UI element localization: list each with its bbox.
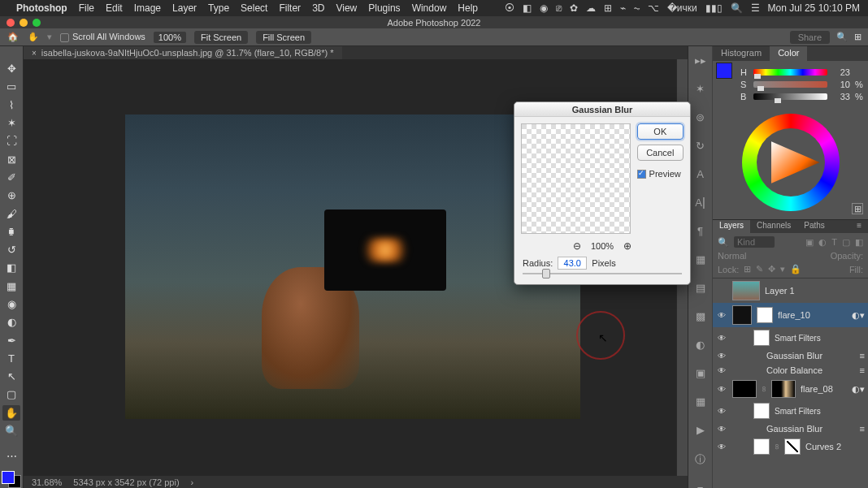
visibility-icon[interactable]: 👁 [716, 443, 727, 451]
crop-tool[interactable]: ⛶ [2, 133, 20, 149]
filter-mask-thumb[interactable] [753, 403, 770, 419]
filter-blend-icon[interactable]: ≡ [860, 365, 865, 375]
control-center-icon[interactable]: ☰ [751, 2, 760, 14]
menu-view[interactable]: View [336, 2, 357, 14]
tray-icon[interactable]: ☁ [586, 2, 596, 14]
dock-char-icon[interactable]: A [692, 168, 709, 180]
blend-mode[interactable]: Normal [718, 251, 746, 261]
hand-tool[interactable]: ✋ [2, 405, 20, 421]
zoom-tool[interactable]: 🔍 [2, 423, 20, 438]
visibility-icon[interactable]: 👁 [716, 311, 727, 320]
ok-button[interactable]: OK [637, 123, 684, 140]
edit-toolbar-icon[interactable]: ⋯ [2, 448, 20, 464]
menu-image[interactable]: Image [134, 2, 161, 14]
eyedrop-tool[interactable]: ✐ [2, 170, 20, 185]
visibility-icon[interactable]: 👁 [716, 407, 727, 416]
workspace-icon[interactable]: ⊞ [854, 32, 861, 42]
share-button[interactable]: Share [790, 31, 830, 44]
layer-row[interactable]: 👁 Smart Filters [713, 400, 868, 421]
layer-thumb[interactable] [732, 380, 757, 398]
preview-checkbox[interactable]: Preview [637, 169, 684, 179]
tab-paths[interactable]: Paths [797, 220, 831, 233]
sat-value[interactable]: 10 [832, 80, 850, 89]
window-controls[interactable] [7, 19, 41, 27]
mask-thumb[interactable] [757, 307, 773, 323]
tab-layers[interactable]: Layers [713, 220, 750, 233]
layer-thumb[interactable] [732, 281, 760, 300]
bri-slider[interactable] [753, 93, 827, 100]
filter-icon[interactable]: T [831, 237, 837, 247]
gradient-tool[interactable]: ▦ [2, 279, 20, 294]
filter-icon[interactable]: ▣ [805, 237, 814, 248]
dialog-preview[interactable] [521, 123, 631, 234]
layer-row[interactable]: 👁 𝟾 flare_08 ◐▾ [713, 378, 868, 400]
link-icon[interactable]: 𝟾 [775, 443, 779, 451]
dock-pattern-icon[interactable]: ▩ [692, 310, 709, 322]
hand-tool-icon[interactable]: ✋ [28, 32, 39, 42]
foreground-color[interactable] [2, 471, 15, 484]
dock-icon[interactable]: ▸▸ [692, 54, 709, 67]
lock-icon[interactable]: ▾ [780, 264, 785, 274]
menubar-clock[interactable]: Mon Jul 25 10:10 PM [768, 2, 860, 14]
wifi-icon[interactable]: �ички [667, 2, 697, 14]
tray-icon[interactable]: ⦿ [505, 2, 514, 14]
zoom-in-icon[interactable]: ⊕ [623, 240, 631, 252]
visibility-icon[interactable]: 👁 [716, 425, 727, 434]
menu-select[interactable]: Select [241, 2, 267, 14]
filter-search-icon[interactable]: 🔍 [718, 237, 729, 248]
tab-histogram[interactable]: Histogram [713, 46, 770, 61]
radius-input[interactable]: 43.0 [558, 257, 587, 270]
cancel-button[interactable]: Cancel [637, 145, 684, 161]
sat-slider[interactable] [753, 81, 827, 88]
menu-plugins[interactable]: Plugins [368, 2, 400, 14]
menu-window[interactable]: Window [412, 2, 447, 14]
dock-adj-icon[interactable]: ◐ [692, 339, 709, 351]
tray-icon[interactable]: ◉ [540, 2, 548, 14]
layer-row[interactable]: 👁 flare_10 ◐▾ [713, 303, 868, 327]
dock-lib-icon[interactable]: ▦ [692, 395, 709, 408]
tab-channels[interactable]: Channels [750, 220, 797, 233]
wand-tool[interactable]: ✶ [2, 115, 20, 131]
dock-history-icon[interactable]: ↻ [692, 140, 709, 152]
dock-para-icon[interactable]: Aǀ [692, 196, 709, 209]
link-icon[interactable]: 𝟾 [762, 385, 766, 394]
layer-row[interactable]: Layer 1 [713, 279, 868, 303]
type-tool[interactable]: T [2, 351, 20, 366]
mask-thumb[interactable] [753, 438, 770, 455]
eraser-tool[interactable]: ◧ [2, 260, 20, 275]
search-icon[interactable]: 🔍 [836, 32, 848, 42]
history-brush-tool[interactable]: ↺ [2, 242, 20, 257]
fit-screen-button[interactable]: Fit Screen [194, 31, 248, 44]
dock-play-icon[interactable]: ▶ [692, 424, 709, 436]
menu-file[interactable]: File [79, 2, 94, 14]
checkbox-icon[interactable] [637, 170, 646, 179]
shape-tool[interactable]: ▢ [2, 387, 20, 402]
status-zoom[interactable]: 31.68% [32, 477, 62, 487]
blur-tool[interactable]: ◉ [2, 296, 20, 312]
stamp-tool[interactable]: ⧯ [2, 224, 20, 240]
dock-glyph-icon[interactable]: ¶ [692, 225, 709, 237]
marquee-tool[interactable]: ▭ [2, 79, 20, 94]
tray-icon[interactable]: ⎚ [556, 2, 562, 14]
tray-icon[interactable]: ⌥ [648, 2, 659, 14]
battery-icon[interactable]: ▮▮▯ [705, 2, 723, 14]
move-tool[interactable]: ✥ [2, 61, 20, 76]
color-wheel[interactable] [742, 114, 840, 211]
dialog-zoom[interactable]: 100% [591, 241, 614, 251]
dock-swatch-icon[interactable]: ▦ [692, 253, 709, 266]
frame-tool[interactable]: ⊠ [2, 151, 20, 166]
document-tab[interactable]: × isabella-juskova-9aNItHjuOc0-unsplash.… [24, 46, 342, 59]
radius-slider[interactable] [514, 273, 690, 284]
layer-row[interactable]: 👁 𝟾 Curves 2 [713, 436, 868, 457]
tray-icon[interactable]: ⊞ [604, 2, 612, 14]
visibility-icon[interactable]: 👁 [716, 385, 727, 394]
color-swatch[interactable] [716, 63, 732, 79]
menu-app[interactable]: Photoshop [16, 2, 67, 14]
lock-icon[interactable]: ⊞ [744, 264, 751, 274]
bri-value[interactable]: 33 [832, 92, 850, 101]
home-icon[interactable]: 🏠 [7, 31, 20, 44]
filter-mask-thumb[interactable] [753, 330, 770, 346]
curves-thumb[interactable] [784, 438, 801, 455]
wheel-mode-icon[interactable]: ⊞ [852, 203, 863, 214]
lock-icon[interactable]: ✎ [756, 264, 763, 274]
